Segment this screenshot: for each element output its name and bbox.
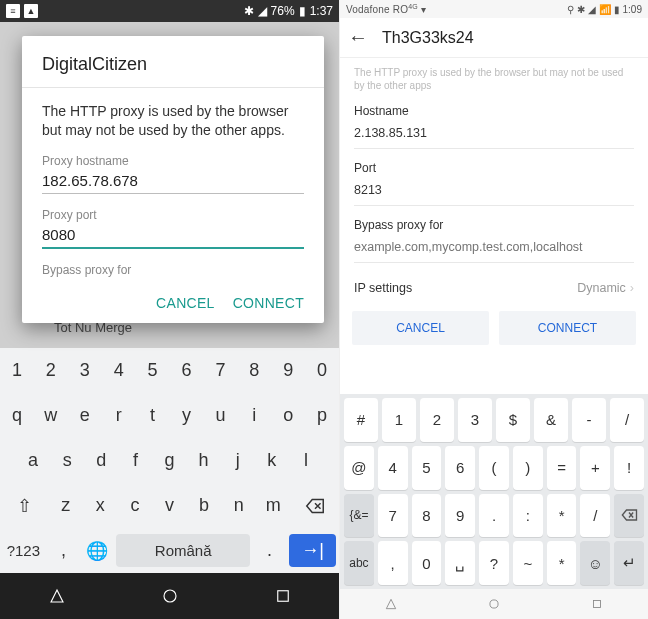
hostname-input[interactable] — [354, 126, 634, 149]
key-.[interactable]: . — [479, 494, 509, 538]
key-~[interactable]: ~ — [513, 541, 543, 585]
nav-recent[interactable] — [545, 589, 648, 619]
key-([interactable]: ( — [479, 446, 509, 490]
period-key[interactable]: . — [253, 528, 286, 573]
key-8[interactable]: 8 — [237, 348, 271, 393]
key-j[interactable]: j — [221, 438, 255, 483]
key-4[interactable]: 4 — [378, 446, 408, 490]
key-2[interactable]: 2 — [420, 398, 454, 442]
key-␣[interactable]: ␣ — [445, 541, 475, 585]
key-h[interactable]: h — [187, 438, 221, 483]
key-x[interactable]: x — [83, 483, 118, 528]
key-1[interactable]: 1 — [0, 348, 34, 393]
key-0[interactable]: 0 — [412, 541, 442, 585]
key-7[interactable]: 7 — [378, 494, 408, 538]
space-key[interactable]: Română — [116, 534, 249, 567]
key-w[interactable]: w — [34, 393, 68, 438]
hostname-field[interactable]: Proxy hostname — [42, 154, 304, 194]
key-7[interactable]: 7 — [203, 348, 237, 393]
key-3[interactable]: 3 — [458, 398, 492, 442]
key-)[interactable]: ) — [513, 446, 543, 490]
bypass-input[interactable] — [354, 240, 634, 263]
key-=[interactable]: = — [547, 446, 577, 490]
key-8[interactable]: 8 — [412, 494, 442, 538]
backspace-key[interactable] — [614, 494, 644, 538]
key-n[interactable]: n — [221, 483, 256, 528]
hostname-input[interactable] — [42, 170, 304, 194]
keyboard[interactable]: 1234567890 qwertyuiop asdfghjkl ⇧ zxcvbn… — [0, 348, 339, 573]
symbols-key[interactable]: ?123 — [0, 528, 47, 573]
nav-back[interactable] — [0, 573, 113, 619]
key-/[interactable]: / — [580, 494, 610, 538]
connect-button[interactable]: CONNECT — [233, 295, 304, 311]
key-,[interactable]: , — [378, 541, 408, 585]
key-abc[interactable]: abc — [344, 541, 374, 585]
key-o[interactable]: o — [271, 393, 305, 438]
key-@[interactable]: @ — [344, 446, 374, 490]
key-b[interactable]: b — [187, 483, 222, 528]
key-#[interactable]: # — [344, 398, 378, 442]
key-e[interactable]: e — [68, 393, 102, 438]
key-5[interactable]: 5 — [412, 446, 442, 490]
nav-back[interactable] — [340, 589, 443, 619]
emoji-key[interactable]: ☺ — [580, 541, 610, 585]
port-input[interactable] — [42, 224, 304, 249]
comma-key[interactable]: , — [47, 528, 80, 573]
key-z[interactable]: z — [48, 483, 83, 528]
port-input[interactable] — [354, 183, 634, 206]
key-&[interactable]: & — [534, 398, 568, 442]
key-q[interactable]: q — [0, 393, 34, 438]
globe-key[interactable]: 🌐 — [80, 528, 113, 573]
ip-settings-row[interactable]: IP settings Dynamic › — [354, 275, 634, 307]
key-f[interactable]: f — [118, 438, 152, 483]
key-y[interactable]: y — [170, 393, 204, 438]
nav-recent[interactable] — [226, 573, 339, 619]
key-1[interactable]: 1 — [382, 398, 416, 442]
cancel-button[interactable]: CANCEL — [352, 311, 489, 345]
key-u[interactable]: u — [203, 393, 237, 438]
key-i[interactable]: i — [237, 393, 271, 438]
key-g[interactable]: g — [152, 438, 186, 483]
key-s[interactable]: s — [50, 438, 84, 483]
key-![interactable]: ! — [614, 446, 644, 490]
keyboard[interactable]: #123$&-/ @456()=+! {&=789.:*/ abc,0␣?~*☺… — [340, 394, 648, 589]
key-r[interactable]: r — [102, 393, 136, 438]
shift-key[interactable]: ⇧ — [0, 483, 48, 528]
key-c[interactable]: c — [118, 483, 153, 528]
key-9[interactable]: 9 — [271, 348, 305, 393]
connect-button[interactable]: CONNECT — [499, 311, 636, 345]
key-4[interactable]: 4 — [102, 348, 136, 393]
nav-home[interactable] — [443, 589, 546, 619]
key-9[interactable]: 9 — [445, 494, 475, 538]
key-a[interactable]: a — [16, 438, 50, 483]
key-t[interactable]: t — [136, 393, 170, 438]
key-k[interactable]: k — [255, 438, 289, 483]
key-{&=[interactable]: {&= — [344, 494, 374, 538]
cancel-button[interactable]: CANCEL — [156, 295, 215, 311]
key-0[interactable]: 0 — [305, 348, 339, 393]
key-3[interactable]: 3 — [68, 348, 102, 393]
enter-key[interactable]: →| — [289, 534, 336, 567]
key-$[interactable]: $ — [496, 398, 530, 442]
enter-key[interactable]: ↵ — [614, 541, 644, 585]
key--[interactable]: - — [572, 398, 606, 442]
key-*[interactable]: * — [547, 494, 577, 538]
backspace-key[interactable] — [291, 483, 339, 528]
back-button[interactable]: ← — [348, 26, 368, 49]
port-field[interactable]: Proxy port — [42, 208, 304, 249]
key-+[interactable]: + — [580, 446, 610, 490]
key-d[interactable]: d — [84, 438, 118, 483]
key-6[interactable]: 6 — [170, 348, 204, 393]
key-2[interactable]: 2 — [34, 348, 68, 393]
key-?[interactable]: ? — [479, 541, 509, 585]
key-m[interactable]: m — [256, 483, 291, 528]
key-6[interactable]: 6 — [445, 446, 475, 490]
key-l[interactable]: l — [289, 438, 323, 483]
nav-home[interactable] — [113, 573, 226, 619]
key-:[interactable]: : — [513, 494, 543, 538]
key-5[interactable]: 5 — [136, 348, 170, 393]
key-/[interactable]: / — [610, 398, 644, 442]
key-*[interactable]: * — [547, 541, 577, 585]
key-p[interactable]: p — [305, 393, 339, 438]
key-v[interactable]: v — [152, 483, 187, 528]
